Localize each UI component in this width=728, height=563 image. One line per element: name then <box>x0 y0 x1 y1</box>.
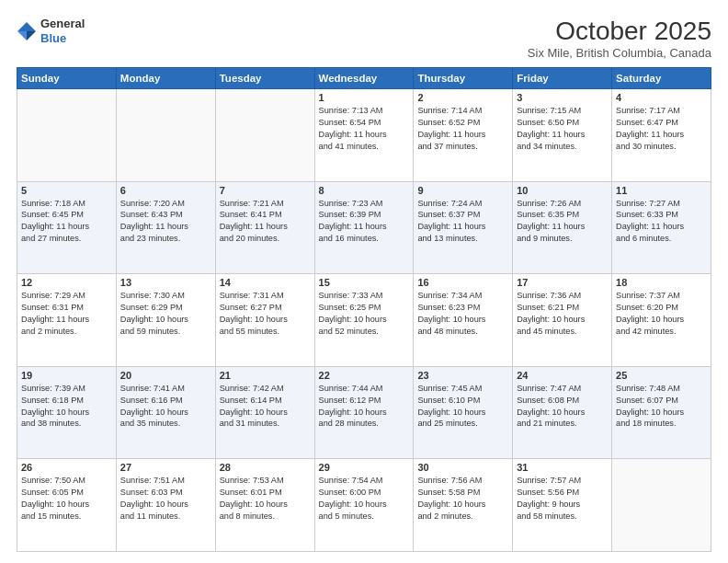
table-row: 20Sunrise: 7:41 AM Sunset: 6:16 PM Dayli… <box>116 366 215 459</box>
svg-marker-1 <box>27 31 36 40</box>
day-info: Sunrise: 7:20 AM Sunset: 6:43 PM Dayligh… <box>120 198 211 246</box>
day-info: Sunrise: 7:56 AM Sunset: 5:58 PM Dayligh… <box>417 475 508 523</box>
col-sunday: Sunday <box>17 68 117 89</box>
col-wednesday: Wednesday <box>314 68 414 89</box>
day-info: Sunrise: 7:45 AM Sunset: 6:10 PM Dayligh… <box>417 383 508 431</box>
logo-text: General Blue <box>40 17 85 45</box>
table-row: 31Sunrise: 7:57 AM Sunset: 5:56 PM Dayli… <box>513 459 612 552</box>
table-row: 24Sunrise: 7:47 AM Sunset: 6:08 PM Dayli… <box>513 366 612 459</box>
day-info: Sunrise: 7:27 AM Sunset: 6:33 PM Dayligh… <box>616 198 707 246</box>
table-row: 21Sunrise: 7:42 AM Sunset: 6:14 PM Dayli… <box>215 366 314 459</box>
svg-marker-2 <box>17 31 27 40</box>
day-number: 16 <box>417 277 508 288</box>
col-tuesday: Tuesday <box>215 68 314 89</box>
calendar-header-row: Sunday Monday Tuesday Wednesday Thursday… <box>17 68 711 89</box>
day-info: Sunrise: 7:14 AM Sunset: 6:52 PM Dayligh… <box>417 105 508 153</box>
day-number: 12 <box>21 277 112 288</box>
day-info: Sunrise: 7:30 AM Sunset: 6:29 PM Dayligh… <box>120 290 211 338</box>
day-number: 27 <box>120 462 211 473</box>
day-info: Sunrise: 7:50 AM Sunset: 6:05 PM Dayligh… <box>21 475 112 523</box>
day-number: 9 <box>417 185 508 196</box>
table-row: 18Sunrise: 7:37 AM Sunset: 6:20 PM Dayli… <box>612 274 711 367</box>
day-number: 23 <box>417 370 508 381</box>
day-info: Sunrise: 7:47 AM Sunset: 6:08 PM Dayligh… <box>517 383 608 431</box>
week-row-4: 19Sunrise: 7:39 AM Sunset: 6:18 PM Dayli… <box>17 366 711 459</box>
table-row <box>612 459 711 552</box>
day-info: Sunrise: 7:18 AM Sunset: 6:45 PM Dayligh… <box>21 198 112 246</box>
day-info: Sunrise: 7:41 AM Sunset: 6:16 PM Dayligh… <box>120 383 211 431</box>
table-row: 25Sunrise: 7:48 AM Sunset: 6:07 PM Dayli… <box>612 366 711 459</box>
day-number: 26 <box>21 462 112 473</box>
month-title: October 2025 <box>528 17 711 46</box>
table-row: 19Sunrise: 7:39 AM Sunset: 6:18 PM Dayli… <box>17 366 117 459</box>
table-row: 17Sunrise: 7:36 AM Sunset: 6:21 PM Dayli… <box>513 274 612 367</box>
table-row: 8Sunrise: 7:23 AM Sunset: 6:39 PM Daylig… <box>314 181 414 274</box>
day-number: 7 <box>220 185 311 196</box>
day-info: Sunrise: 7:42 AM Sunset: 6:14 PM Dayligh… <box>220 383 311 431</box>
day-number: 13 <box>120 277 211 288</box>
day-number: 24 <box>517 370 608 381</box>
day-number: 18 <box>616 277 707 288</box>
day-info: Sunrise: 7:26 AM Sunset: 6:35 PM Dayligh… <box>517 198 608 246</box>
day-number: 11 <box>616 185 707 196</box>
table-row: 4Sunrise: 7:17 AM Sunset: 6:47 PM Daylig… <box>612 89 711 182</box>
table-row <box>17 89 117 182</box>
logo-general: General <box>40 17 85 31</box>
day-number: 29 <box>319 462 410 473</box>
day-info: Sunrise: 7:44 AM Sunset: 6:12 PM Dayligh… <box>319 383 410 431</box>
table-row: 26Sunrise: 7:50 AM Sunset: 6:05 PM Dayli… <box>17 459 117 552</box>
svg-marker-0 <box>17 22 36 31</box>
day-number: 19 <box>21 370 112 381</box>
table-row <box>215 89 314 182</box>
table-row: 28Sunrise: 7:53 AM Sunset: 6:01 PM Dayli… <box>215 459 314 552</box>
day-info: Sunrise: 7:21 AM Sunset: 6:41 PM Dayligh… <box>220 198 311 246</box>
table-row: 7Sunrise: 7:21 AM Sunset: 6:41 PM Daylig… <box>215 181 314 274</box>
day-info: Sunrise: 7:36 AM Sunset: 6:21 PM Dayligh… <box>517 290 608 338</box>
table-row: 22Sunrise: 7:44 AM Sunset: 6:12 PM Dayli… <box>314 366 414 459</box>
location: Six Mile, British Columbia, Canada <box>528 46 711 60</box>
table-row: 13Sunrise: 7:30 AM Sunset: 6:29 PM Dayli… <box>116 274 215 367</box>
table-row: 5Sunrise: 7:18 AM Sunset: 6:45 PM Daylig… <box>17 181 117 274</box>
day-info: Sunrise: 7:17 AM Sunset: 6:47 PM Dayligh… <box>616 105 707 153</box>
day-number: 14 <box>220 277 311 288</box>
day-info: Sunrise: 7:31 AM Sunset: 6:27 PM Dayligh… <box>220 290 311 338</box>
day-number: 1 <box>319 92 410 103</box>
logo-blue: Blue <box>40 31 85 46</box>
table-row: 23Sunrise: 7:45 AM Sunset: 6:10 PM Dayli… <box>414 366 513 459</box>
logo: General Blue <box>17 17 85 45</box>
day-number: 22 <box>319 370 410 381</box>
col-saturday: Saturday <box>612 68 711 89</box>
day-info: Sunrise: 7:34 AM Sunset: 6:23 PM Dayligh… <box>417 290 508 338</box>
week-row-1: 1Sunrise: 7:13 AM Sunset: 6:54 PM Daylig… <box>17 89 711 182</box>
table-row: 29Sunrise: 7:54 AM Sunset: 6:00 PM Dayli… <box>314 459 414 552</box>
day-number: 15 <box>319 277 410 288</box>
title-block: October 2025 Six Mile, British Columbia,… <box>528 17 711 60</box>
table-row: 1Sunrise: 7:13 AM Sunset: 6:54 PM Daylig… <box>314 89 414 182</box>
day-info: Sunrise: 7:57 AM Sunset: 5:56 PM Dayligh… <box>517 475 608 523</box>
day-info: Sunrise: 7:54 AM Sunset: 6:00 PM Dayligh… <box>319 475 410 523</box>
day-number: 21 <box>220 370 311 381</box>
col-monday: Monday <box>116 68 215 89</box>
table-row: 10Sunrise: 7:26 AM Sunset: 6:35 PM Dayli… <box>513 181 612 274</box>
col-thursday: Thursday <box>414 68 513 89</box>
table-row: 16Sunrise: 7:34 AM Sunset: 6:23 PM Dayli… <box>414 274 513 367</box>
table-row: 9Sunrise: 7:24 AM Sunset: 6:37 PM Daylig… <box>414 181 513 274</box>
day-number: 3 <box>517 92 608 103</box>
day-info: Sunrise: 7:51 AM Sunset: 6:03 PM Dayligh… <box>120 475 211 523</box>
day-number: 8 <box>319 185 410 196</box>
header: General Blue October 2025 Six Mile, Brit… <box>17 17 711 60</box>
day-number: 25 <box>616 370 707 381</box>
week-row-2: 5Sunrise: 7:18 AM Sunset: 6:45 PM Daylig… <box>17 181 711 274</box>
day-number: 20 <box>120 370 211 381</box>
day-info: Sunrise: 7:15 AM Sunset: 6:50 PM Dayligh… <box>517 105 608 153</box>
day-number: 5 <box>21 185 112 196</box>
day-info: Sunrise: 7:39 AM Sunset: 6:18 PM Dayligh… <box>21 383 112 431</box>
day-info: Sunrise: 7:13 AM Sunset: 6:54 PM Dayligh… <box>319 105 410 153</box>
col-friday: Friday <box>513 68 612 89</box>
day-number: 10 <box>517 185 608 196</box>
table-row: 3Sunrise: 7:15 AM Sunset: 6:50 PM Daylig… <box>513 89 612 182</box>
table-row: 2Sunrise: 7:14 AM Sunset: 6:52 PM Daylig… <box>414 89 513 182</box>
table-row: 12Sunrise: 7:29 AM Sunset: 6:31 PM Dayli… <box>17 274 117 367</box>
day-number: 4 <box>616 92 707 103</box>
table-row: 15Sunrise: 7:33 AM Sunset: 6:25 PM Dayli… <box>314 274 414 367</box>
